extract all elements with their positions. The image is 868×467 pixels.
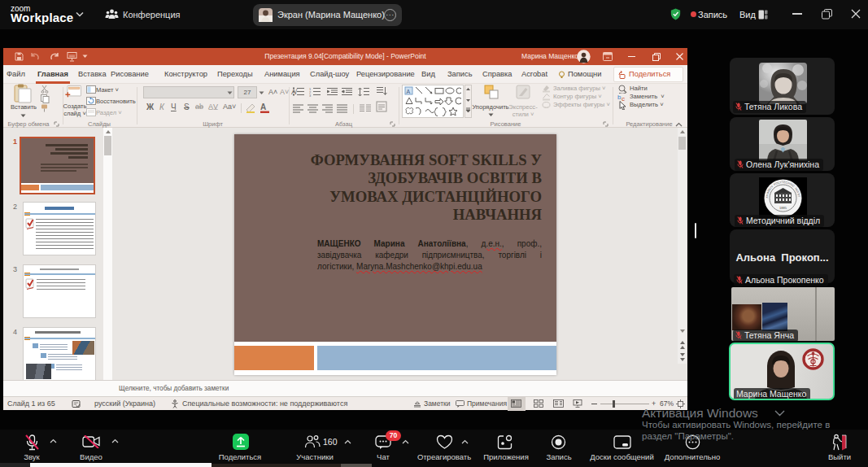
svg-text:1885: 1885	[779, 206, 787, 210]
svg-text:3: 3	[309, 94, 312, 98]
svg-text:A: A	[407, 89, 411, 94]
svg-text:А: А	[260, 103, 266, 111]
